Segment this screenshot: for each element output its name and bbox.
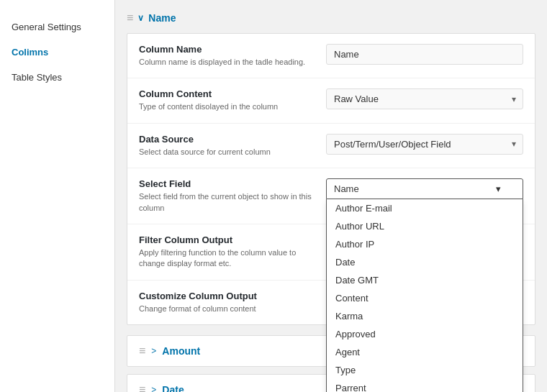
column-name-label-col: Column Name Column name is displayed in … (139, 44, 326, 68)
drag-handle-icon: ≡ (139, 383, 145, 392)
name-form-card: Column Name Column name is displayed in … (127, 33, 535, 325)
customize-label: Customize Column Output (139, 291, 315, 301)
dropdown-item-author-email[interactable]: Author E-mail (327, 199, 523, 217)
data-source-control: Post/Term/User/Object Field ▾ (326, 134, 523, 155)
date-section-title: Date (162, 384, 184, 392)
filter-label-col: Filter Column Output Apply filtering fun… (139, 234, 326, 270)
data-source-row: Data Source Select data source for curre… (127, 124, 535, 168)
customize-description: Change format of column content (139, 304, 315, 314)
chevron-right-icon: > (151, 385, 156, 392)
sidebar-item-table-styles[interactable]: Table Styles (0, 65, 114, 90)
filter-label: Filter Column Output (139, 234, 315, 245)
column-content-select-wrapper: Raw Value ▾ (326, 88, 523, 109)
column-content-label: Column Content (139, 88, 315, 99)
dropdown-item-agent[interactable]: Agent (327, 343, 523, 361)
select-field-value: Name (334, 183, 359, 194)
drag-handle-icon: ≡ (127, 12, 133, 24)
sidebar-item-general-settings[interactable]: General Settings (0, 14, 114, 40)
column-content-select[interactable]: Raw Value (326, 88, 523, 109)
select-field-label-col: Select Field Select field from the curre… (139, 178, 326, 214)
sidebar: General Settings Colimns Table Styles (0, 0, 115, 392)
column-name-label: Column Name (139, 44, 315, 55)
data-source-label-col: Data Source Select data source for curre… (139, 134, 326, 158)
dropdown-item-type[interactable]: Type (327, 361, 523, 379)
dropdown-item-parrent[interactable]: Parrent (327, 379, 523, 392)
data-source-select[interactable]: Post/Term/User/Object Field (326, 134, 523, 155)
column-name-description: Column name is displayed in the tadle he… (139, 57, 315, 68)
dropdown-item-content[interactable]: Content (327, 289, 523, 307)
drag-handle-icon: ≡ (139, 345, 145, 357)
column-name-input[interactable] (326, 44, 523, 65)
data-source-select-wrapper: Post/Term/User/Object Field ▾ (326, 134, 523, 155)
select-field-label: Select Field (139, 178, 315, 189)
select-field-row: Select Field Select field from the curre… (127, 168, 535, 224)
column-content-control: Raw Value ▾ (326, 88, 523, 109)
column-content-description: Type of content disolayed in the column (139, 101, 315, 112)
dropdown-item-approved[interactable]: Approved (327, 325, 523, 343)
dropdown-item-date[interactable]: Date (327, 253, 523, 271)
name-section-header[interactable]: ≡ ∨ Name (127, 12, 535, 24)
sidebar-item-label: Table Styles (12, 72, 62, 83)
customize-label-col: Customize Column Output Change format of… (139, 291, 326, 314)
select-field-wrapper: Name ▾ Author E-mail Author URL Author I… (326, 178, 523, 199)
sidebar-item-columns[interactable]: Colimns (0, 40, 114, 65)
column-name-row: Column Name Column name is displayed in … (127, 34, 535, 78)
dropdown-item-karma[interactable]: Karma (327, 307, 523, 325)
filter-description: Apply filtering function to the column v… (139, 247, 315, 270)
select-field-display[interactable]: Name ▾ (326, 178, 523, 199)
dropdown-item-date-gmt[interactable]: Date GMT (327, 271, 523, 289)
name-section-title: Name (148, 12, 176, 24)
data-source-label: Data Source (139, 134, 315, 145)
select-field-control: Name ▾ Author E-mail Author URL Author I… (326, 178, 523, 199)
dropdown-item-author-ip[interactable]: Author IP (327, 235, 523, 253)
sidebar-item-label: Colimns (12, 47, 48, 58)
column-content-row: Column Content Type of content disolayed… (127, 78, 535, 123)
data-source-description: Select data source for current column (139, 147, 315, 158)
dropdown-item-author-url[interactable]: Author URL (327, 217, 523, 235)
chevron-down-icon: ∨ (137, 13, 144, 23)
select-field-description: Select field from the current object to … (139, 191, 315, 214)
column-name-control (326, 44, 523, 65)
select-field-dropdown[interactable]: Author E-mail Author URL Author IP Date … (326, 199, 523, 392)
chevron-right-icon: > (151, 346, 156, 356)
column-content-label-col: Column Content Type of content disolayed… (139, 88, 326, 112)
sidebar-item-label: General Settings (12, 22, 81, 32)
main-content: ≡ ∨ Name Column Name Column name is disp… (115, 0, 547, 392)
chevron-down-icon: ▾ (496, 183, 501, 194)
amount-section-title: Amount (162, 345, 200, 357)
